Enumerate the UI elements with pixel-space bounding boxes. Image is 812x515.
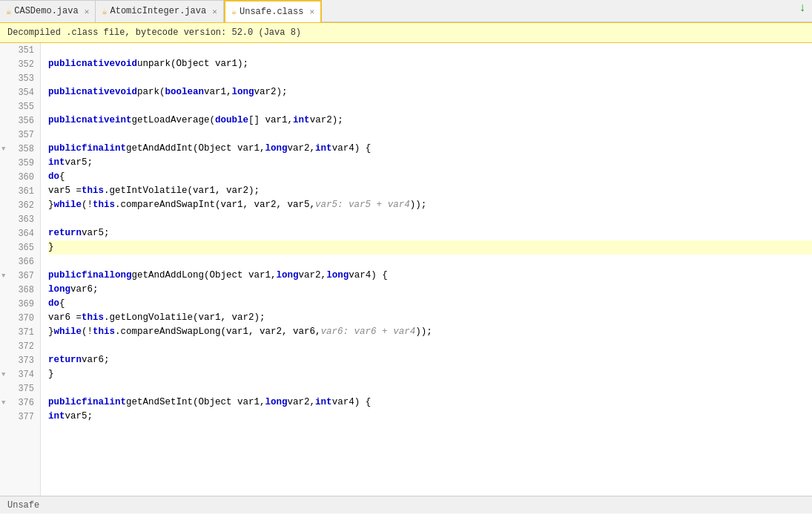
tab-unsafe[interactable]: ☕ Unsafe.class ✕ xyxy=(224,0,322,22)
line-number: 353 xyxy=(0,71,40,85)
tab-label-casdemo: CASDemo.java xyxy=(14,6,78,16)
tab-icon-unsafe: ☕ xyxy=(231,6,237,17)
tab-close-atomicinteger[interactable]: ✕ xyxy=(212,7,217,16)
keyword: while xyxy=(54,325,82,339)
line-numbers: 351352353354355356357▼358359360361362363… xyxy=(0,43,41,496)
code-line: } while(!this.compareAndSwapLong(var1, v… xyxy=(48,325,812,339)
line-number: 368 xyxy=(0,283,40,297)
code-line: public final long getAndAddLong(Object v… xyxy=(48,269,812,283)
hint-text: var5: var5 + var4 xyxy=(315,198,410,212)
tab-atomicinteger[interactable]: ☕ AtomicInteger.java ✕ xyxy=(96,0,223,22)
keyword: int xyxy=(115,114,132,128)
line-number: 371 xyxy=(0,325,40,339)
info-bar: Decompiled .class file, bytecode version… xyxy=(0,22,812,43)
line-number: 373 xyxy=(0,353,40,367)
hint-text: var6: var6 + var4 xyxy=(321,325,416,339)
tab-close-casdemo[interactable]: ✕ xyxy=(85,7,90,16)
code-line: public native int getLoadAverage(double[… xyxy=(48,114,812,128)
scroll-arrow-indicator: ↓ xyxy=(799,1,806,15)
status-bar: Unsafe xyxy=(0,496,812,514)
code-line: public native void unpark(Object var1); xyxy=(48,57,812,71)
code-line xyxy=(48,43,812,57)
keyword: long xyxy=(110,269,132,283)
line-number: 377 xyxy=(0,410,40,424)
tab-label-atomicinteger: AtomicInteger.java xyxy=(110,6,207,16)
keyword: int xyxy=(48,410,65,424)
line-number: 375 xyxy=(0,381,40,396)
code-line xyxy=(48,99,812,114)
line-number: 362 xyxy=(0,198,40,212)
keyword: void xyxy=(115,57,137,71)
keyword: int xyxy=(110,396,127,410)
tab-bar: ☕ CASDemo.java ✕ ☕ AtomicInteger.java ✕ … xyxy=(0,0,812,22)
keyword: public xyxy=(48,269,82,283)
code-line xyxy=(48,381,812,396)
tab-icon-atomicinteger: ☕ xyxy=(102,6,107,17)
fold-icon[interactable]: ▼ xyxy=(1,272,5,280)
keyword: long xyxy=(277,269,299,283)
keyword: this xyxy=(93,325,115,339)
code-line: public native void park(boolean var1, lo… xyxy=(48,85,812,99)
code-line: return var5; xyxy=(48,226,812,240)
line-number: 361 xyxy=(0,184,40,198)
code-line xyxy=(48,128,812,142)
tab-icon-casdemo: ☕ xyxy=(6,6,11,17)
keyword: public xyxy=(48,85,82,99)
code-line: } xyxy=(48,367,812,381)
info-bar-text: Decompiled .class file, bytecode version… xyxy=(7,27,301,38)
keyword: do xyxy=(48,297,59,311)
keyword: return xyxy=(48,353,82,367)
keyword: public xyxy=(48,57,82,71)
code-line: public final int getAndSetInt(Object var… xyxy=(48,396,812,410)
line-number: 360 xyxy=(0,170,40,184)
keyword: native xyxy=(82,114,115,128)
line-number: 366 xyxy=(0,255,40,269)
tab-label-unsafe: Unsafe.class xyxy=(240,7,303,17)
keyword: double xyxy=(215,114,248,128)
line-number: 364 xyxy=(0,226,40,240)
keyword: this xyxy=(93,198,115,212)
code-line xyxy=(48,71,812,85)
keyword: do xyxy=(48,170,59,184)
keyword: long xyxy=(265,142,288,156)
line-number: 357 xyxy=(0,128,40,142)
line-number: 372 xyxy=(0,339,40,353)
code-line xyxy=(48,212,812,226)
keyword: int xyxy=(110,142,127,156)
code-line: return var6; xyxy=(48,353,812,367)
keyword: this xyxy=(82,184,104,198)
fold-icon[interactable]: ▼ xyxy=(1,145,5,153)
keyword: native xyxy=(82,85,115,99)
line-number: 359 xyxy=(0,156,40,170)
tab-close-unsafe[interactable]: ✕ xyxy=(309,7,314,16)
line-number: 369 xyxy=(0,297,40,311)
keyword: long xyxy=(326,269,349,283)
keyword: long xyxy=(265,396,288,410)
keyword: public xyxy=(48,142,82,156)
line-number: 355 xyxy=(0,99,40,114)
code-line xyxy=(48,339,812,353)
line-number: 356 xyxy=(0,114,40,128)
line-number: 354 xyxy=(0,85,40,99)
code-content[interactable]: public native void unpark(Object var1); … xyxy=(41,43,812,496)
line-number: 365 xyxy=(0,240,40,255)
tab-casdemo[interactable]: ☕ CASDemo.java ✕ xyxy=(0,0,96,22)
line-number: ▼374 xyxy=(0,367,40,381)
line-number: ▼367 xyxy=(0,269,40,283)
fold-icon[interactable]: ▼ xyxy=(1,371,5,378)
keyword: int xyxy=(293,114,310,128)
code-line: } while(!this.compareAndSwapInt(var1, va… xyxy=(48,198,812,212)
line-number: ▼358 xyxy=(0,142,40,156)
keyword: while xyxy=(54,198,82,212)
code-line: do { xyxy=(48,170,812,184)
code-line: var5 = this.getIntVolatile(var1, var2); xyxy=(48,184,812,198)
fold-icon[interactable]: ▼ xyxy=(1,399,5,407)
line-number: ▼376 xyxy=(0,396,40,410)
code-line: int var5; xyxy=(48,156,812,170)
keyword: long xyxy=(232,85,254,99)
code-line: long var6; xyxy=(48,283,812,297)
code-line: public final int getAndAddInt(Object var… xyxy=(48,142,812,156)
code-area: 351352353354355356357▼358359360361362363… xyxy=(0,43,812,496)
keyword: native xyxy=(82,57,115,71)
keyword: int xyxy=(315,396,332,410)
